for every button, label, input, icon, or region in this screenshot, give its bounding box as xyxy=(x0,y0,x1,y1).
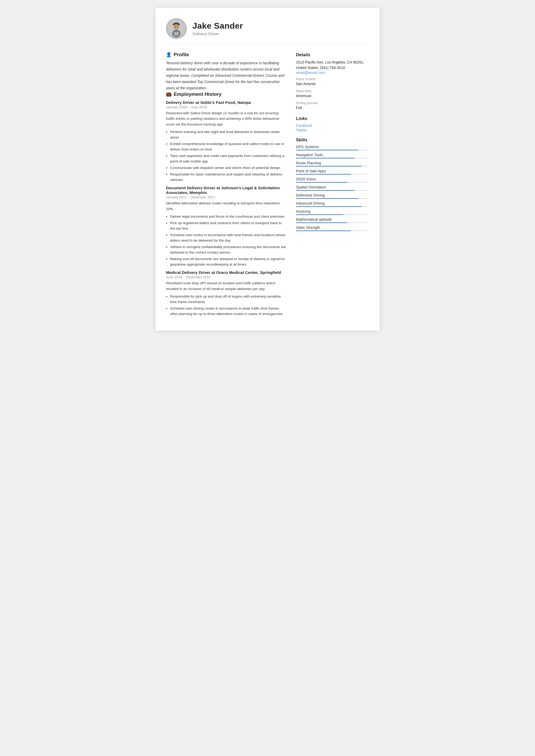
job-3-title: Medical Delivery Driver at Oraco Medical… xyxy=(166,270,287,275)
skill-item: Advanced Driving xyxy=(296,201,369,207)
candidate-subtitle: Delivery Driver xyxy=(192,32,243,36)
skill-bar-fill xyxy=(296,174,351,175)
skills-list: GPS Systems Navigation Tools Route Plann… xyxy=(296,145,369,231)
job-1-summary: Presented with Safest Driver Badge 12 mo… xyxy=(166,110,287,127)
skill-item: Spatial Orientation xyxy=(296,185,369,191)
skill-name: Navigation Tools xyxy=(296,153,369,157)
details-email[interactable]: email@email.com xyxy=(296,70,369,75)
skill-item: 20/20 Vision xyxy=(296,177,369,183)
job-2: Document Delivery Driver at Johnson's Le… xyxy=(166,186,287,267)
nationality-value: American xyxy=(296,93,369,99)
job-1-dates: January 2018 – June 2019 xyxy=(166,105,287,109)
list-item: Responsible for pick up and drop off of … xyxy=(170,294,287,305)
skill-bar-fill xyxy=(296,150,358,150)
list-item: Adhere to stringent confidentiality proc… xyxy=(170,244,287,255)
list-item: Making sure all documents are stamped or… xyxy=(170,256,287,267)
job-3-bullets: Responsible for pick up and drop off of … xyxy=(170,294,287,316)
svg-point-5 xyxy=(175,26,176,27)
job-3: Medical Delivery Driver at Oraco Medical… xyxy=(166,270,287,316)
job-3-dates: June 2016 – December 2016 xyxy=(166,275,287,279)
svg-point-3 xyxy=(174,22,179,24)
skill-bar-background xyxy=(296,206,369,207)
resume-header: Jake Sander Delivery Driver xyxy=(166,18,369,44)
skill-name: Mathematical aptitude xyxy=(296,217,369,222)
list-item: Perform evening and late-night fast food… xyxy=(170,129,287,140)
candidate-name: Jake Sander xyxy=(192,21,243,31)
skill-bar-fill xyxy=(296,182,347,183)
list-item: Communicate with dispatch center and inf… xyxy=(170,165,287,171)
skill-bar-fill xyxy=(296,214,343,215)
skill-bar-fill xyxy=(296,166,362,167)
skill-name: Point of Sale Apps xyxy=(296,169,369,173)
list-item: Deliver legal documents and forms to the… xyxy=(170,214,287,219)
skill-bar-background xyxy=(296,150,369,150)
skill-bar-fill xyxy=(296,230,351,231)
skill-name: Defensive Driving xyxy=(296,193,369,197)
avatar xyxy=(166,18,187,39)
details-address: 1515 Pacific Ave, Los Angeles, CA 90291,… xyxy=(296,60,369,70)
skill-bar-background xyxy=(296,230,369,231)
skill-bar-background xyxy=(296,174,369,175)
skills-section-title: Skills xyxy=(296,137,369,143)
list-item: Responsible for basic maintenance and re… xyxy=(170,172,287,182)
skill-bar-fill xyxy=(296,198,358,199)
skill-item: Invoicing xyxy=(296,209,369,215)
nationality-label: Nationality xyxy=(296,89,369,93)
links-section: Links Facebook Twitter xyxy=(296,116,369,132)
main-column: 👤 Profile Tenured delivery driver with o… xyxy=(166,52,287,318)
job-2-title: Document Delivery Driver at Johnson's Le… xyxy=(166,186,287,195)
links-section-title: Links xyxy=(296,116,369,121)
job-1-bullets: Perform evening and late-night fast food… xyxy=(170,129,287,183)
skill-bar-background xyxy=(296,182,369,183)
job-2-dates: January 2017 – December 2017 xyxy=(166,195,287,199)
svg-point-6 xyxy=(177,26,178,27)
employment-icon: 💼 xyxy=(166,92,172,97)
sidebar-column: Details 1515 Pacific Ave, Los Angeles, C… xyxy=(296,52,369,318)
skill-name: 20/20 Vision xyxy=(296,177,369,181)
job-3-summary: Prioritized route drop off's based on lo… xyxy=(166,281,287,292)
details-section-title: Details xyxy=(296,52,369,58)
profile-icon: 👤 xyxy=(166,52,172,58)
header-info: Jake Sander Delivery Driver xyxy=(192,21,243,36)
skill-bar-fill xyxy=(296,206,362,207)
driving-license-label: Driving license xyxy=(296,101,369,105)
link-facebook[interactable]: Facebook xyxy=(296,123,369,127)
svg-point-7 xyxy=(176,28,177,28)
skill-bar-background xyxy=(296,214,369,215)
list-item: Exhibit comprehensive knowledge of quick… xyxy=(170,141,287,152)
skill-bar-fill xyxy=(296,158,354,158)
skill-name: Spatial Orientation xyxy=(296,185,369,189)
skill-bar-background xyxy=(296,158,369,158)
job-1: Delivery Driver at Solito's Fast Food, N… xyxy=(166,100,287,183)
employment-section: 💼 Employment History Delivery Driver at … xyxy=(166,92,287,317)
skill-name: Static Strength xyxy=(296,226,369,230)
place-of-birth-label: Place of birth xyxy=(296,77,369,81)
skill-bar-background xyxy=(296,222,369,223)
skill-item: Route Planning xyxy=(296,161,369,167)
details-section: Details 1515 Pacific Ave, Los Angeles, C… xyxy=(296,52,369,111)
list-item: Take cash payments and credit card payme… xyxy=(170,153,287,164)
resume-document: Jake Sander Delivery Driver 👤 Profile Te… xyxy=(155,8,380,331)
skill-item: Point of Sale Apps xyxy=(296,169,369,175)
list-item: Schedule own driving routes in accordanc… xyxy=(170,306,287,316)
skill-bar-background xyxy=(296,166,369,167)
driving-license-value: Full xyxy=(296,105,369,111)
body-columns: 👤 Profile Tenured delivery driver with o… xyxy=(166,52,369,318)
employment-section-title: 💼 Employment History xyxy=(166,92,287,97)
skill-bar-fill xyxy=(296,222,347,223)
job-2-bullets: Deliver legal documents and forms to the… xyxy=(170,214,287,267)
skill-name: GPS Systems xyxy=(296,145,369,149)
skill-name: Advanced Driving xyxy=(296,201,369,205)
skill-name: Invoicing xyxy=(296,209,369,213)
svg-point-4 xyxy=(174,24,179,30)
profile-section-title: 👤 Profile xyxy=(166,52,287,58)
skill-item: GPS Systems xyxy=(296,145,369,150)
link-twitter[interactable]: Twitter xyxy=(296,128,369,132)
list-item: Pick up registered letters and contracts… xyxy=(170,220,287,231)
skill-item: Defensive Driving xyxy=(296,193,369,199)
skill-item: Mathematical aptitude xyxy=(296,217,369,223)
profile-section: 👤 Profile Tenured delivery driver with o… xyxy=(166,52,287,92)
skill-name: Route Planning xyxy=(296,161,369,165)
skills-section: Skills GPS Systems Navigation Tools Rout… xyxy=(296,137,369,231)
skill-bar-background xyxy=(296,190,369,191)
